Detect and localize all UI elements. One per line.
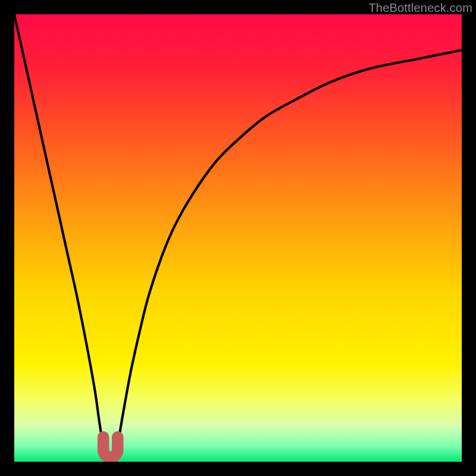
bottleneck-curve <box>14 14 462 462</box>
watermark-text: TheBottleneck.com <box>368 1 472 15</box>
outer-frame: TheBottleneck.com <box>0 0 476 476</box>
optimum-marker <box>104 437 118 458</box>
chart-svg <box>14 14 462 462</box>
plot-area <box>14 14 462 462</box>
